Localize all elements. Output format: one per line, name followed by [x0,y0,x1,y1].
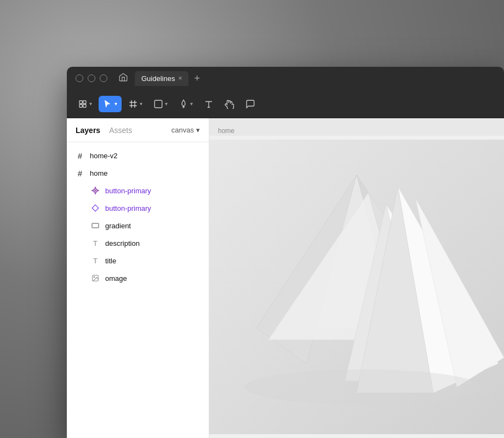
chevron-down-icon: ▾ [165,101,168,107]
text-tool-button[interactable] [199,96,218,112]
layer-label: omage [105,274,127,283]
rect-icon [91,221,100,230]
component-tool-button[interactable]: ▾ [73,96,96,112]
svg-point-16 [94,276,95,278]
maximize-button[interactable] [100,74,107,82]
component-icon [91,186,100,195]
layer-item-home[interactable]: # home [67,164,209,182]
layer-label: button-primary [105,187,151,195]
layer-label: description [105,239,140,247]
canvas-dropdown-label: canvas [171,126,194,134]
text-icon: T [91,239,100,247]
canvas-frame-label: home [218,127,234,135]
svg-rect-4 [154,100,162,108]
select-tool-button[interactable]: ▾ [99,96,122,112]
new-tab-button[interactable]: + [191,73,203,84]
main-content: Layers Assets canvas ▾ # home-v2 # [67,118,504,438]
hand-tool-button[interactable] [220,96,239,112]
svg-point-12 [95,193,96,194]
svg-rect-14 [92,223,99,228]
layer-item-description[interactable]: T description [67,234,209,252]
svg-rect-2 [79,104,82,107]
pen-tool-button[interactable]: ▾ [174,96,197,112]
tab-title: Guidelines [141,74,175,83]
shape-tool-button[interactable]: ▾ [149,96,172,112]
layer-item-title[interactable]: T title [67,252,209,269]
frame-tool-button[interactable]: ▾ [124,96,147,112]
instance-icon [91,204,100,212]
svg-rect-1 [83,101,86,103]
toolbar: ▾ ▾ ▾ ▾ [67,90,504,118]
chevron-down-icon: ▾ [190,101,193,107]
comment-tool-button[interactable] [241,96,260,112]
layer-item-home-v2[interactable]: # home-v2 [67,147,209,164]
svg-point-13 [91,190,93,191]
svg-point-11 [98,190,99,191]
app-window: Guidelines × + ▾ ▾ [67,67,504,438]
svg-point-10 [95,187,96,188]
home-icon[interactable] [118,72,128,84]
layers-tab[interactable]: Layers [76,124,100,137]
chevron-down-icon: ▾ [114,101,117,107]
text-icon: T [91,256,100,265]
layer-item-button-primary-1[interactable]: button-primary [67,182,209,199]
title-bar: Guidelines × + [67,67,504,90]
tab-area: Guidelines × + [135,71,495,86]
chevron-down-icon: ▾ [140,101,142,107]
layer-item-gradient[interactable]: gradient [67,217,209,234]
chevron-down-icon: ▾ [89,101,92,107]
layers-list: # home-v2 # home [67,142,209,438]
left-panel: Layers Assets canvas ▾ # home-v2 # [67,118,209,438]
layer-label: gradient [105,222,131,230]
panel-tabs: Layers Assets canvas ▾ [67,118,209,142]
svg-point-28 [245,370,480,405]
frame-icon: # [76,151,84,160]
layer-item-omage[interactable]: omage [67,269,209,287]
tab-close-icon[interactable]: × [178,75,182,82]
layer-label: home [90,169,108,177]
window-controls [76,74,107,82]
layer-label: button-primary [105,204,151,212]
svg-rect-3 [83,104,86,107]
canvas-dropdown-arrow: ▾ [196,126,200,134]
active-tab[interactable]: Guidelines × [135,71,188,86]
image-icon [91,274,100,283]
frame-icon: # [76,169,84,177]
layer-label: title [105,257,116,265]
svg-point-9 [94,189,96,192]
close-button[interactable] [76,74,83,82]
layer-item-button-primary-2[interactable]: button-primary [67,199,209,217]
panel-tab-group: Layers Assets [76,124,132,137]
canvas-area[interactable]: home [209,118,504,438]
svg-rect-0 [79,101,82,103]
canvas-dropdown[interactable]: canvas ▾ [171,126,200,134]
assets-tab[interactable]: Assets [109,124,132,137]
minimize-button[interactable] [88,74,95,82]
canvas-frame [209,136,504,438]
layer-label: home-v2 [90,152,118,160]
